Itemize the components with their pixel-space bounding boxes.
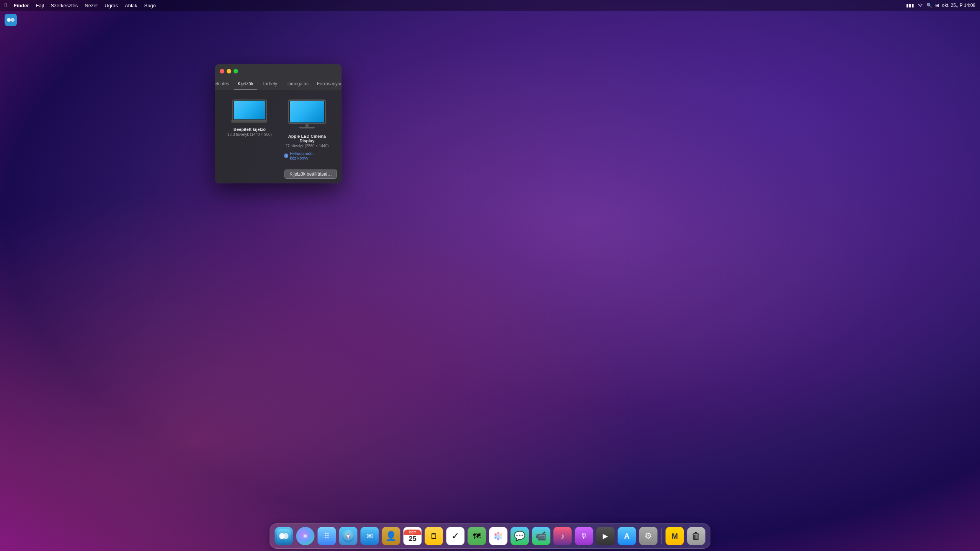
maximize-button[interactable] [234,69,238,73]
svg-point-2 [7,18,11,22]
dock-item-miro[interactable]: M [665,526,685,546]
search-icon[interactable]: 🔍 [926,3,932,8]
user-manual-link[interactable]: Felhasználói kézikönyv [290,151,330,160]
tab-kijelzok[interactable]: Kijelzők [234,80,257,90]
dock-item-calendar[interactable]: OCT 25 [403,526,423,546]
cinema-display-item: Apple LED Cinema Display 27 hüvelyk (256… [284,99,330,160]
dock-item-safari[interactable] [338,526,358,546]
menu-sugo[interactable]: Súgó [144,3,156,8]
dock-item-contacts[interactable]: 👤 [381,526,401,546]
svg-point-20 [495,536,497,539]
dock-item-settings[interactable]: ⚙ [639,526,658,546]
dock-item-mail[interactable]: ✉ [360,526,380,546]
window-content: Beépített kijelző 13,3 hüvelyk (1440 × 9… [215,90,341,166]
dock-separator [662,528,662,544]
minimize-button[interactable] [227,69,231,73]
menu-ablak[interactable]: Ablak [125,3,137,8]
menu-nezet[interactable]: Nézet [85,3,98,8]
messages-icon: 💬 [511,527,529,545]
menu-ugras[interactable]: Ugrás [105,3,118,8]
dock-item-messages[interactable]: 💬 [510,526,530,546]
dock: ⠿ [270,523,710,549]
dock-item-siri[interactable] [296,526,315,546]
svg-point-18 [500,536,502,539]
dock-item-launchpad[interactable]: ⠿ [317,526,337,546]
dock-item-music[interactable]: ♪ [553,526,573,546]
menu-szerkesztes[interactable]: Szerkesztés [51,3,78,8]
apple-menu[interactable]:  [5,2,7,9]
window-footer: Kijelzők beállításai… [215,166,341,183]
window-titlebar [215,64,341,78]
reminders-icon: ✓ [446,527,465,545]
desktop:  Finder Fájl Szerkesztés Nézet Ugrás Ab… [0,0,980,551]
appletv-icon: ▶ [596,527,615,545]
cinema-display-size: 27 hüvelyk (980 × 551) [284,144,330,148]
menubar-left:  Finder Fájl Szerkesztés Nézet Ugrás Ab… [5,2,156,9]
dock-item-facetime[interactable]: 📹 [531,526,551,546]
settings-icon: ⚙ [639,527,658,545]
tab-attekintes[interactable]: Áttekintés [215,80,233,90]
mail-icon: ✉ [361,527,379,545]
window-tabs: Áttekintés Kijelzők Tárhely Támogatás Fo… [215,78,341,90]
svg-point-21 [495,533,497,536]
cinema-display-icon [288,99,326,130]
builtin-display-item: Beépített kijelző 13,3 hüvelyk (1440 × 9… [227,99,273,160]
siri-icon [296,527,315,545]
svg-point-16 [497,532,500,534]
music-icon: ♪ [554,527,572,545]
svg-point-3 [11,18,15,22]
finder-proxy-icon [5,14,17,26]
svg-point-17 [500,533,502,536]
notes-icon: 🗒 [425,527,443,545]
dock-item-notes[interactable]: 🗒 [424,526,444,546]
user-manual-icon: i [284,153,288,158]
menu-fajl[interactable]: Fájl [36,3,44,8]
finder-icon [275,527,293,545]
display-settings-button[interactable]: Kijelzők beállításai… [284,170,337,179]
dock-item-photos[interactable] [488,526,508,546]
miro-icon: M [666,527,684,545]
safari-icon [339,527,358,545]
tab-tarhely[interactable]: Tárhely [258,80,281,90]
system-info-window: Áttekintés Kijelzők Tárhely Támogatás Fo… [215,64,341,183]
close-button[interactable] [220,69,224,73]
builtin-display-name: Beépített kijelző [227,127,272,132]
battery-icon: ▮▮▮ [906,3,914,8]
displays-row: Beépített kijelző 13,3 hüvelyk (1440 × 9… [223,99,334,160]
datetime[interactable]: okt. 25., P 14:08 [942,3,975,8]
contacts-icon: 👤 [382,527,400,545]
trash-icon: 🗑 [687,527,706,545]
maps-icon: 🗺 [468,527,486,545]
dock-item-reminders[interactable]: ✓ [446,526,466,546]
svg-point-8 [304,535,307,537]
calendar-icon: OCT 25 [403,527,422,545]
svg-point-15 [497,534,500,538]
cinema-display-name: Apple LED Cinema Display [284,134,330,143]
laptop-display-icon [232,99,267,123]
dock-item-appletv[interactable]: ▶ [596,526,616,546]
cinema-display-label: Apple LED Cinema Display 27 hüvelyk (256… [284,134,330,148]
builtin-display-label: Beépített kijelző 13,3 hüvelyk (1440 × 9… [227,127,272,137]
tab-forrasanyagok[interactable]: Forrásanyagok [313,80,341,90]
svg-point-6 [283,533,289,539]
wifi-icon [917,3,923,8]
dock-item-maps[interactable]: 🗺 [467,526,487,546]
launchpad-icon: ⠿ [318,527,336,545]
podcasts-icon: 🎙 [575,527,593,545]
tab-tamogatas[interactable]: Támogatás [282,80,312,90]
dock-item-appstore[interactable]: A [617,526,637,546]
dock-item-finder[interactable] [274,526,294,546]
user-manual-row: i Felhasználói kézikönyv [284,151,330,160]
app-name[interactable]: Finder [14,3,29,8]
appstore-icon: A [618,527,636,545]
builtin-display-size: 13,3 hüvelyk (1440 × 900) [227,132,272,137]
facetime-icon: 📹 [532,527,550,545]
svg-point-19 [497,538,500,540]
menubar-right: ▮▮▮ 🔍 ⊞ okt. 25., P 14:08 [906,3,975,8]
svg-point-0 [920,6,921,7]
control-center-icon[interactable]: ⊞ [935,3,939,8]
dock-item-podcasts[interactable]: 🎙 [574,526,594,546]
dock-item-trash[interactable]: 🗑 [686,526,706,546]
photos-icon [489,527,508,545]
traffic-lights [220,69,238,73]
